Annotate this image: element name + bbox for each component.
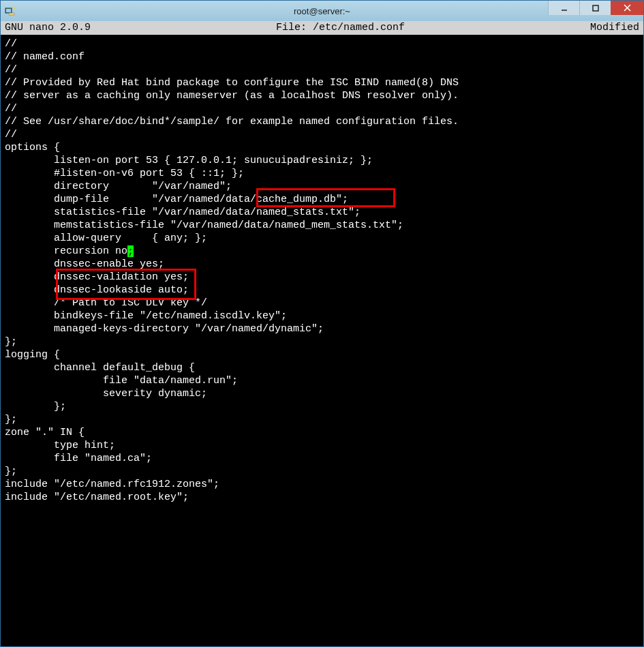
file-line: managed-keys-directory "/var/named/dynam… [5, 322, 639, 335]
file-line: allow-query { any; }; [5, 232, 639, 245]
file-line: memstatistics-file "/var/named/data/name… [5, 219, 639, 232]
file-line: include "/etc/named.root.key"; [5, 491, 639, 504]
file-line: dnssec-lookaside auto; [5, 284, 639, 297]
file-line: severity dynamic; [5, 387, 639, 400]
file-line: // See /usr/share/doc/bind*/sample/ for … [5, 115, 639, 128]
nano-modified: Modified [590, 21, 639, 35]
file-line: // named.conf [5, 50, 639, 63]
file-line: options { [5, 141, 639, 154]
file-line: // [5, 37, 639, 50]
terminal-editor[interactable]: //// named.conf//// Provided by Red Hat … [1, 35, 643, 646]
file-line: recursion no; [5, 245, 639, 258]
file-line: // [5, 63, 639, 76]
minimize-button[interactable] [548, 1, 579, 15]
window-buttons [548, 1, 643, 21]
file-line: file "named.ca"; [5, 452, 639, 465]
svg-rect-1 [6, 9, 11, 12]
file-line: listen-on port 53 { 127.0.0.1; sunucuipa… [5, 154, 639, 167]
file-line: // [5, 102, 639, 115]
file-line: // Provided by Red Hat bind package to c… [5, 76, 639, 89]
file-line: include "/etc/named.rfc1912.zones"; [5, 478, 639, 491]
maximize-button[interactable] [579, 1, 611, 15]
file-line: channel default_debug { [5, 361, 639, 374]
window-frame: root@server:~ GNU nano 2.0.9 File: /etc/… [0, 0, 644, 647]
svg-line-3 [12, 6, 14, 7]
file-line: }; [5, 413, 639, 426]
close-button[interactable] [611, 1, 643, 15]
file-line: bindkeys-file "/etc/named.iscdlv.key"; [5, 310, 639, 322]
file-line: file "data/named.run"; [5, 374, 639, 387]
file-line: type hint; [5, 439, 639, 452]
file-line: // server as a caching only nameserver (… [5, 89, 639, 102]
file-line: zone "." IN { [5, 426, 639, 439]
nano-version: GNU nano 2.0.9 [5, 21, 91, 35]
file-line: /* Path to ISC DLV key */ [5, 297, 639, 310]
file-line: #listen-on-v6 port 53 { ::1; }; [5, 167, 639, 180]
putty-icon [5, 5, 16, 16]
svg-rect-2 [9, 13, 14, 15]
file-line: dump-file "/var/named/data/cache_dump.db… [5, 193, 639, 206]
nano-status-bar: GNU nano 2.0.9 File: /etc/named.conf Mod… [1, 21, 643, 35]
file-line: logging { [5, 348, 639, 361]
title-bar[interactable]: root@server:~ [1, 1, 643, 21]
file-line: }; [5, 465, 639, 478]
file-line: directory "/var/named"; [5, 180, 639, 193]
svg-line-4 [13, 8, 15, 9]
window-title: root@server:~ [1, 6, 643, 16]
file-line: }; [5, 335, 639, 348]
file-line: // [5, 128, 639, 141]
nano-filename: File: /etc/named.conf [91, 21, 590, 35]
text-cursor: ; [127, 245, 134, 257]
file-line: dnssec-enable yes; [5, 258, 639, 271]
svg-rect-6 [593, 5, 598, 11]
file-line: statistics-file "/var/named/data/named_s… [5, 206, 639, 219]
file-line: dnssec-validation yes; [5, 271, 639, 284]
file-line: }; [5, 400, 639, 413]
